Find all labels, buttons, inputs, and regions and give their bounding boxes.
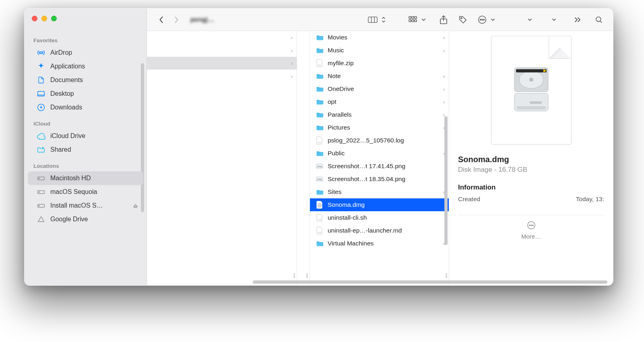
svg-point-4 — [42, 147, 43, 148]
share-button[interactable] — [437, 13, 450, 27]
list-item[interactable]: Screenshot…t 18.35.04.png — [310, 173, 449, 185]
view-updown-icon — [380, 13, 387, 27]
list-item[interactable]: Screenshot…t 17.41.45.png — [310, 160, 449, 173]
list-item[interactable]: Movies› — [310, 31, 449, 44]
list-item[interactable]: › — [147, 31, 297, 44]
list-item[interactable]: Pictures› — [310, 121, 449, 134]
folder-icon — [316, 124, 324, 132]
column-3[interactable]: Movies›Music›myfile.zipNote›OneDrive›opt… — [310, 31, 449, 285]
list-item[interactable]: Music› — [310, 44, 449, 57]
sidebar-item-label: Google Drive — [50, 216, 138, 223]
overflow-chevron-2[interactable] — [547, 13, 561, 27]
toolbar: pengj… — [147, 8, 613, 31]
list-item[interactable]: Virtual Machines› — [310, 237, 449, 250]
airdrop-icon — [37, 49, 45, 57]
list-item-label: pslog_2022…5_105760.log — [328, 137, 445, 144]
sidebar-section-locations-title: Locations — [25, 157, 147, 171]
list-item[interactable]: opt› — [310, 95, 449, 108]
horizontal-scrollbar[interactable] — [153, 280, 607, 284]
svg-line-28 — [600, 21, 602, 23]
sidebar-item-label: Install macOS S… — [50, 202, 128, 209]
sidebar-item-icloud-drive[interactable]: iCloud Drive — [28, 129, 143, 143]
preview-info-key: Created — [458, 196, 480, 203]
sidebar-item-macos-sequoia[interactable]: macOS Sequoia — [28, 185, 143, 199]
list-item[interactable]: › — [147, 57, 297, 70]
close-window-button[interactable] — [32, 16, 37, 21]
list-item[interactable]: › — [147, 44, 297, 57]
fullscreen-window-button[interactable] — [51, 16, 57, 21]
preview-title: Sonoma.dmg — [458, 155, 604, 164]
list-item-label: OneDrive — [328, 85, 439, 93]
preview-more-label: More… — [521, 233, 541, 240]
chevron-right-icon: › — [443, 35, 445, 41]
list-item-label: Pictures — [328, 124, 439, 131]
search-button[interactable] — [592, 13, 606, 27]
folder-icon — [316, 85, 324, 93]
sidebar-item-install-macos[interactable]: Install macOS S… — [28, 199, 143, 212]
horizontal-scrollbar-thumb[interactable] — [253, 280, 607, 284]
sidebar-item-desktop[interactable]: Desktop — [28, 87, 143, 101]
list-item[interactable]: Sonoma.dmg — [310, 198, 449, 211]
list-item[interactable]: Sites› — [310, 185, 449, 198]
list-item-label: Sonoma.dmg — [328, 201, 445, 208]
column-scrollbar-thumb[interactable] — [444, 116, 448, 245]
svg-rect-18 — [409, 20, 411, 22]
list-item-label: Parallels — [328, 111, 439, 118]
sidebar-item-google-drive[interactable]: Google Drive — [28, 212, 143, 226]
list-item-label: uninstall-cli.sh — [328, 214, 445, 221]
list-item[interactable]: pslog_2022…5_105760.log — [310, 134, 449, 147]
view-switcher[interactable] — [366, 13, 387, 27]
list-item[interactable]: Parallels› — [310, 108, 449, 121]
eject-icon[interactable] — [132, 203, 138, 209]
md-icon — [316, 227, 324, 235]
window-controls — [25, 8, 147, 31]
column-2[interactable]: ‖ — [297, 31, 310, 285]
chevron-right-icon: › — [443, 47, 445, 54]
sidebar-item-label: Downloads — [50, 104, 138, 111]
minimize-window-button[interactable] — [41, 16, 47, 21]
svg-point-26 — [483, 19, 484, 20]
column-1[interactable]: › › › › ‖ — [147, 31, 297, 285]
sidebar-section-favorites-title: Favorites — [25, 31, 147, 46]
svg-rect-30 — [318, 142, 321, 143]
list-item[interactable]: Public› — [310, 147, 449, 160]
list-item-label: Public — [328, 150, 439, 157]
list-item[interactable]: myfile.zip — [310, 57, 449, 70]
sidebar: Favorites AirDrop Applications — [25, 8, 147, 285]
svg-rect-12 — [368, 17, 377, 23]
external-drive-icon — [37, 189, 45, 195]
forward-button[interactable] — [169, 13, 183, 27]
svg-rect-42 — [516, 69, 547, 72]
list-item[interactable]: Note› — [310, 70, 449, 82]
preview-more-button[interactable]: More… — [458, 215, 604, 240]
png-icon — [316, 175, 324, 183]
sidebar-item-shared[interactable]: Shared — [28, 143, 143, 157]
overflow-more-button[interactable] — [571, 13, 585, 27]
folder-icon — [316, 188, 324, 196]
chevron-down-icon — [421, 13, 426, 27]
svg-rect-35 — [318, 232, 321, 233]
tags-button[interactable] — [456, 13, 470, 27]
sidebar-item-downloads[interactable]: Downloads — [28, 101, 143, 114]
list-item[interactable]: OneDrive› — [310, 82, 449, 95]
sidebar-item-macintosh-hd[interactable]: Macintosh HD — [28, 171, 143, 185]
list-item[interactable]: › — [147, 70, 297, 82]
disk-image-icon — [507, 62, 555, 118]
list-item-label: Virtual Machines — [328, 240, 439, 247]
svg-point-38 — [529, 78, 533, 82]
group-by-button[interactable] — [406, 13, 426, 27]
list-item[interactable]: uninstall-ep…-launcher.md — [310, 224, 449, 237]
sidebar-item-airdrop[interactable]: AirDrop — [28, 46, 143, 60]
sidebar-item-documents[interactable]: Documents — [28, 73, 143, 87]
back-button[interactable] — [154, 13, 168, 27]
action-menu-button[interactable] — [475, 13, 495, 27]
sidebar-item-applications[interactable]: Applications — [28, 60, 143, 73]
preview-info-row: Created Today, 13: — [458, 196, 604, 203]
svg-rect-17 — [415, 16, 417, 19]
list-item-label: Sites — [328, 188, 439, 196]
overflow-chevron-1[interactable] — [523, 13, 537, 27]
main-pane: pengj… — [147, 8, 613, 285]
list-item[interactable]: uninstall-cli.sh — [310, 211, 449, 224]
column-view-icon — [366, 13, 380, 27]
svg-point-0 — [40, 52, 42, 54]
